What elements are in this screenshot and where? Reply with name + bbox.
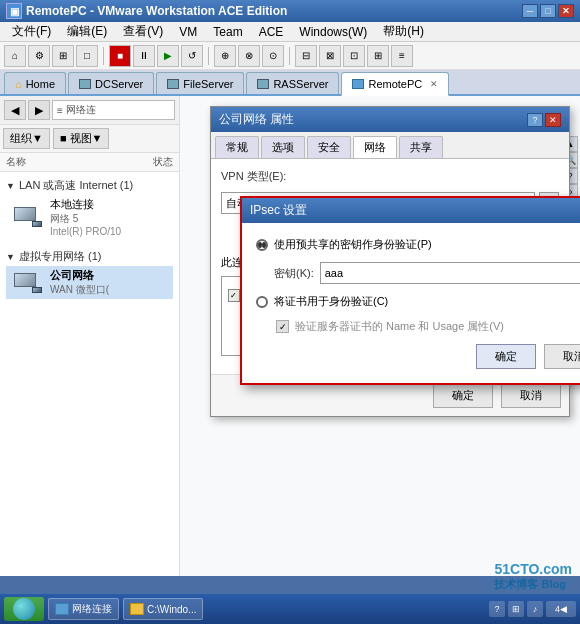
nav-back-btn[interactable]: ◀ (4, 100, 26, 120)
ipsec-radio-cert-row: 将证书用于身份验证(C) (256, 294, 580, 309)
toolbar-btn-7[interactable]: ⊙ (262, 45, 284, 67)
address-icon: ≡ (57, 105, 63, 116)
props-tab-share[interactable]: 共享 (399, 136, 443, 158)
tab-rasserver-label: RASServer (273, 78, 328, 90)
toolbar: ⌂ ⚙ ⊞ □ ■ ⏸ ▶ ↺ ⊕ ⊗ ⊙ ⊟ ⊠ ⊡ ⊞ ≡ (0, 42, 580, 70)
toolbar-btn-3[interactable]: ⊞ (52, 45, 74, 67)
props-tab-options[interactable]: 选项 (261, 136, 305, 158)
toolbar-btn-2[interactable]: ⚙ (28, 45, 50, 67)
menu-file[interactable]: 文件(F) (4, 21, 59, 42)
props-ok-btn[interactable]: 确定 (433, 383, 493, 408)
lan-section-title[interactable]: ▼ LAN 或高速 Internet (1) (6, 176, 173, 195)
ipsec-footer: 确定 取消 (256, 344, 580, 369)
tray-network[interactable]: ⊞ (508, 601, 524, 617)
tray-time[interactable]: 4◀ (546, 601, 576, 617)
toolbar-refresh-btn[interactable]: ↺ (181, 45, 203, 67)
ipsec-cancel-btn[interactable]: 取消 (544, 344, 580, 369)
minimize-button[interactable]: ─ (522, 4, 538, 18)
ipsec-option2-label: 将证书用于身份验证(C) (274, 294, 388, 309)
ipsec-option1-label: 使用预共享的密钥作身份验证(P) (274, 237, 432, 252)
col-name: 名称 (6, 155, 153, 169)
taskbar-network[interactable]: 网络连接 (48, 598, 119, 620)
ipsec-verify-label: 验证服务器证书的 Name 和 Usage 属性(V) (295, 319, 504, 334)
tab-home[interactable]: ⌂ Home (4, 72, 66, 94)
ipsec-dialog-body: 使用预共享的密钥作身份验证(P) 密钥(K): 将证书用于身份验证(C) ✓ 验… (242, 223, 580, 383)
lan-section-label: LAN 或高速 Internet (1) (19, 178, 133, 193)
ipsec-dialog-title: IPsec 设置 ✕ (242, 198, 580, 223)
tab-remotepc-close[interactable]: ✕ (430, 79, 438, 89)
toolbar-btn-8[interactable]: ⊟ (295, 45, 317, 67)
props-dialog-close[interactable]: ✕ (545, 113, 561, 127)
local-connection-item[interactable]: 本地连接 网络 5 Intel(R) PRO/10 (6, 195, 173, 239)
view-btn[interactable]: ■ 视图▼ (53, 128, 110, 149)
watermark-line1: 51CTO.com (494, 561, 572, 577)
menu-windows[interactable]: Windows(W) (291, 23, 375, 41)
tab-fileserver[interactable]: FileServer (156, 72, 244, 94)
view-btn-label: ■ 视图▼ (60, 131, 103, 146)
tab-home-label: Home (26, 78, 55, 90)
start-button[interactable] (4, 597, 44, 621)
address-bar[interactable]: ≡ 网络连 (52, 100, 175, 120)
taskbar-explorer[interactable]: C:\Windo... (123, 598, 203, 620)
window-controls: ─ □ ✕ (522, 4, 574, 18)
watermark-line2: 技术博客 Blog (494, 577, 572, 592)
props-tab-security[interactable]: 安全 (307, 136, 351, 158)
tab-dcserver[interactable]: DCServer (68, 72, 154, 94)
props-tab-network[interactable]: 网络 (353, 136, 397, 158)
ipsec-radio-cert[interactable] (256, 296, 268, 308)
tab-rasserver[interactable]: RASServer (246, 72, 339, 94)
toolbar-play-btn[interactable]: ▶ (157, 45, 179, 67)
titlebar: ▣ RemotePC - VMware Workstation ACE Edit… (0, 0, 580, 22)
menu-view[interactable]: 查看(V) (115, 21, 171, 42)
close-button[interactable]: ✕ (558, 4, 574, 18)
taskbar-explorer-label: C:\Windo... (147, 604, 196, 615)
props-dialog-title-text: 公司网络 属性 (219, 111, 294, 128)
tray-volume[interactable]: ♪ (527, 601, 543, 617)
props-dialog-tabs: 常规 选项 安全 网络 共享 (211, 132, 569, 159)
tab-remotepc[interactable]: RemotePC ✕ (341, 72, 449, 96)
right-content: ▲ 🔍 ? » 公司网络 属性 ? ✕ 常规 选项 安全 网络 共享 (180, 96, 580, 576)
menu-team[interactable]: Team (205, 23, 250, 41)
tab-fileserver-label: FileServer (183, 78, 233, 90)
toolbar-btn-4[interactable]: □ (76, 45, 98, 67)
toolbar-pause-btn[interactable]: ⏸ (133, 45, 155, 67)
toolbar-btn-12[interactable]: ≡ (391, 45, 413, 67)
vpn-connection-item[interactable]: 公司网络 WAN 微型口( (6, 266, 173, 299)
toolbar-btn-1[interactable]: ⌂ (4, 45, 26, 67)
ipsec-dialog: IPsec 设置 ✕ 使用预共享的密钥作身份验证(P) 密钥(K): (240, 196, 580, 385)
ipsec-key-input[interactable] (320, 262, 580, 284)
ipsec-radio-psk[interactable] (256, 239, 268, 251)
toolbar-sep-2 (208, 47, 209, 65)
maximize-button[interactable]: □ (540, 4, 556, 18)
toolbar-stop-btn[interactable]: ■ (109, 45, 131, 67)
menu-ace[interactable]: ACE (251, 23, 292, 41)
menu-vm[interactable]: VM (171, 23, 205, 41)
taskbar-tray: ? ⊞ ♪ 4◀ (489, 601, 576, 617)
ipsec-radio-psk-row: 使用预共享的密钥作身份验证(P) (256, 237, 580, 252)
toolbar-btn-9[interactable]: ⊠ (319, 45, 341, 67)
ipsec-verify-checkbox[interactable]: ✓ (276, 320, 289, 333)
vpn-section-title[interactable]: ▼ 虚拟专用网络 (1) (6, 247, 173, 266)
lan-section: ▼ LAN 或高速 Internet (1) 本地连接 网络 5 Intel(R… (0, 172, 179, 243)
toolbar-btn-5[interactable]: ⊕ (214, 45, 236, 67)
toolbar-btn-10[interactable]: ⊡ (343, 45, 365, 67)
menu-edit[interactable]: 编辑(E) (59, 21, 115, 42)
props-cancel-btn[interactable]: 取消 (501, 383, 561, 408)
toolbar-btn-11[interactable]: ⊞ (367, 45, 389, 67)
ipsec-key-label: 密钥(K): (274, 266, 314, 281)
ipsec-key-row: 密钥(K): (274, 262, 580, 284)
watermark: 51CTO.com 技术博客 Blog (494, 561, 572, 592)
toolbar-sep-3 (289, 47, 290, 65)
props-dialog-help[interactable]: ? (527, 113, 543, 127)
vm-tabs: ⌂ Home DCServer FileServer RASServer Rem… (0, 70, 580, 96)
props-tab-general[interactable]: 常规 (215, 136, 259, 158)
local-connection-sub: 网络 5 (50, 212, 121, 226)
tray-help[interactable]: ? (489, 601, 505, 617)
nav-forward-btn[interactable]: ▶ (28, 100, 50, 120)
ipsec-verify-row: ✓ 验证服务器证书的 Name 和 Usage 属性(V) (276, 319, 580, 334)
organize-btn[interactable]: 组织▼ (3, 128, 50, 149)
col-status: 状态 (153, 155, 173, 169)
toolbar-btn-6[interactable]: ⊗ (238, 45, 260, 67)
menu-help[interactable]: 帮助(H) (375, 21, 432, 42)
ipsec-ok-btn[interactable]: 确定 (476, 344, 536, 369)
